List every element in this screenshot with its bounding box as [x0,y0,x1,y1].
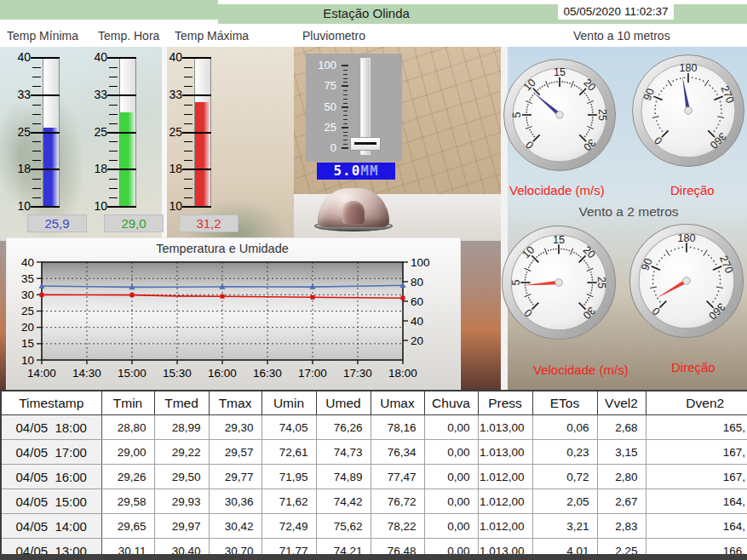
table-cell-value: 1.012,00 [478,489,532,514]
thermo-major-tick [182,94,211,96]
caption-wind2-speed: Velocidade (m/s) [533,363,629,377]
thermo-minor-tick [109,77,118,77]
thermo-minor-tick [32,123,41,124]
pluv-major-tick [342,65,348,66]
table-row: 04/05 18:0028,8028,9929,3074,0576,2678,1… [1,415,747,440]
thermo-minor-tick [184,197,192,198]
table-cell-value: 167, [646,465,747,489]
table-cell-value: 29,30 [209,415,261,440]
table-cell-value: 29,58 [101,489,154,514]
thermo-fill [195,102,210,206]
thermo-minor-tick [109,197,118,198]
table-cell-value: 77,47 [371,465,424,489]
thermo-major-tick [182,169,211,170]
table-cell-value: 29,93 [154,489,209,514]
pluv-minor-tick [343,144,348,145]
label-temp-minima: Temp Mínima [7,29,78,43]
svg-text:180: 180 [680,62,698,74]
thermo-major-tick [107,206,136,208]
table-cell-value: 74,89 [316,465,371,489]
pluv-tick-label: 50 [309,100,336,113]
pluv-minor-tick [343,99,348,100]
svg-text:30: 30 [21,289,34,301]
table-cell-value: 30,36 [209,489,261,514]
thermo-major-tick [31,169,60,170]
thermo-fill [43,128,59,206]
gauge-hub [556,111,564,119]
gauge-hub [685,107,692,115]
svg-text:5: 5 [510,279,522,285]
pluv-minor-tick [343,74,348,75]
thermometer-temp-minima: 4033251810 25,9 [9,51,82,237]
thermo-major-tick [107,169,136,170]
table-cell-value: 1.013,00 [478,415,532,440]
thermo-minor-tick [32,105,41,106]
thermo-tick-label: 40 [9,50,31,64]
thermo-major-tick [182,57,211,59]
svg-text:20: 20 [21,321,34,334]
bottom-scroll-edge[interactable] [0,554,747,560]
table-cell-value: 28,99 [154,415,209,440]
gauge-hub [555,279,563,287]
table-cell-value: 0,00 [424,415,478,440]
table-header-tmax: Tmax [209,391,261,415]
thermo-minor-tick [184,141,192,142]
table-cell-value: 78,16 [371,415,424,440]
rain-slider-handle[interactable] [350,137,381,151]
pluv-major-tick [342,85,348,87]
table-header-tmin: Tmin [101,391,154,415]
thermo-minor-tick [184,77,192,77]
table-cell-timestamp: 04/05 15:00 [1,489,101,514]
thermo-minor-tick [109,123,118,124]
pluviometer-panel: 1007550250 [306,54,402,162]
table-header-chuva: Chuva [424,391,478,415]
thermo-minor-tick [32,114,41,115]
pluv-minor-tick [343,111,348,111]
pluv-major-tick [342,106,348,108]
thermo-minor-tick [184,151,192,151]
label-temp-hora: Temp. Hora [98,29,159,43]
thermo-minor-tick [32,67,41,68]
pluv-minor-tick [343,82,348,83]
datetime-display: 05/05/2020 11:02:37 [558,3,674,20]
dome-pin [342,201,365,224]
svg-text:15: 15 [21,337,34,350]
svg-text:40: 40 [411,315,423,328]
table-cell-value: 164, [646,514,747,539]
svg-text:25: 25 [21,305,34,317]
thermo-major-tick [107,132,136,134]
table-cell-timestamp: 04/05 17:00 [1,440,101,465]
table-cell-value: 30,42 [209,514,261,539]
table-cell-value: 74,42 [316,489,371,514]
table-cell-value: 1.012,00 [478,514,532,539]
pluv-tick-label: 75 [309,79,336,92]
thermo-major-tick [31,57,60,59]
rain-dome-button[interactable] [314,186,393,231]
section-label-row: Temp Mínima Temp. Hora Temp Máxima Pluvi… [0,24,747,47]
table-row: 04/05 16:0029,2629,5029,7771,9574,8977,4… [1,465,747,489]
thermo-minor-tick [32,179,41,180]
svg-text:20: 20 [411,334,423,347]
history-table: TimestampTminTmedTmaxUminUmedUmaxChuvaPr… [0,390,747,560]
table-cell-value: 74,73 [316,440,371,465]
thermo-minor-tick [109,188,118,189]
pluv-minor-tick [343,132,348,133]
table-cell-value: 76,34 [371,440,424,465]
pluv-tick-label: 25 [309,121,336,134]
thermo-major-tick [182,206,211,208]
thermo-value: 29,0 [104,214,164,232]
thermo-minor-tick [32,86,41,87]
thermo-value: 31,2 [179,214,238,232]
pluv-minor-tick [343,70,348,71]
table-cell-value: 29,97 [154,514,209,539]
table-cell-timestamp: 04/05 16:00 [1,465,101,489]
table-header-timestamp: Timestamp [1,391,101,415]
caption-wind10-speed: Velocidade (m/s) [509,183,605,197]
thermo-tick-label: 10 [85,199,107,213]
table-cell-value: 164, [646,489,747,514]
label-vento-2m: Vento a 2 metros [569,204,688,220]
svg-text:25: 25 [596,109,608,121]
thermo-major-tick [31,94,60,96]
thermo-minor-tick [32,188,41,189]
thermometer-temp-maxima: 4033251810 31,2 [160,51,233,237]
